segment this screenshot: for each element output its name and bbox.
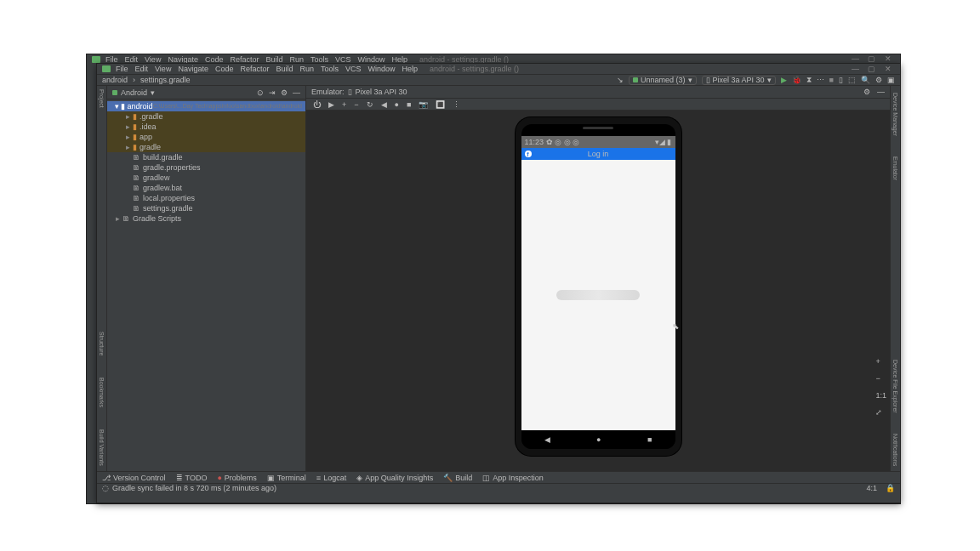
menu-refactor[interactable]: Refactor	[240, 65, 269, 73]
android-nav-bar[interactable]: ◀ ● ■	[521, 430, 675, 449]
zoom-in-icon[interactable]: +	[875, 357, 886, 366]
project-tree[interactable]: ▾▮android C:\Users\...Day Tech\appsinfoo…	[107, 99, 305, 225]
sdk-icon[interactable]: ⬚	[848, 76, 856, 84]
tree-item-Gradle-Scripts[interactable]: ▸🗎Gradle Scripts	[107, 213, 305, 224]
bottom-tab-todo[interactable]: ≣TODO	[176, 474, 208, 482]
sync-icon[interactable]: ↘	[617, 76, 624, 84]
emu-tool-2[interactable]: +	[342, 100, 346, 109]
caret-position[interactable]: 4:1	[866, 484, 877, 492]
search-icon[interactable]: 🔍	[861, 76, 870, 84]
emu-tool-7[interactable]: ■	[407, 100, 411, 109]
avd-icon[interactable]: ▯	[839, 76, 843, 84]
breadcrumb-root[interactable]: android	[102, 76, 128, 84]
lock-icon[interactable]: 🔒	[886, 484, 895, 492]
file-icon: 🗎	[133, 173, 140, 183]
bookmarks-tool-tab[interactable]: Bookmarks	[99, 378, 105, 407]
gear-icon[interactable]: ⚙	[281, 88, 288, 97]
menubar[interactable]: FileEditViewNavigateCodeRefactorBuildRun…	[116, 65, 418, 73]
gear-icon[interactable]: ⚙	[863, 88, 870, 96]
collapse-icon[interactable]: ⇥	[269, 88, 276, 97]
device-file-explorer-tab[interactable]: Device File Explorer	[892, 360, 898, 413]
menu-edit[interactable]: Edit	[135, 65, 149, 73]
menu-build[interactable]: Build	[276, 65, 293, 73]
profile-icon[interactable]: ⧗	[806, 76, 812, 85]
hide-icon[interactable]: —	[877, 88, 885, 96]
app-toolbar[interactable]: f Log in	[521, 148, 675, 160]
emulator-tab-tools[interactable]: ⚙—	[863, 88, 885, 96]
emu-tool-4[interactable]: ↻	[367, 100, 373, 109]
tree-item-local-properties[interactable]: 🗎local.properties	[107, 193, 305, 203]
run-config-selector[interactable]: Unnamed (3)▾	[629, 76, 697, 85]
project-tool-tab[interactable]: Project	[99, 89, 105, 108]
device-manager-tab[interactable]: Device Manager	[892, 93, 898, 136]
debug-icon[interactable]: 🐞	[792, 76, 801, 84]
bottom-tab-app-inspection[interactable]: ◫App Inspection	[482, 474, 544, 482]
menu-code[interactable]: Code	[215, 65, 234, 73]
menu-tools[interactable]: Tools	[321, 65, 339, 73]
chevron-down-icon[interactable]: ▾	[151, 88, 155, 97]
target-icon[interactable]: ⊙	[257, 88, 264, 97]
outer-window-controls[interactable]: — ▢ ✕	[852, 54, 895, 63]
bottom-tool-bar[interactable]: ⎇Version Control≣TODO●Problems▣Terminal≡…	[97, 471, 900, 483]
emu-tool-6[interactable]: ●	[395, 100, 399, 109]
settings-icon[interactable]: ⚙	[875, 76, 882, 84]
tree-item-app[interactable]: ▸▮app	[107, 132, 305, 142]
folder-icon: ▮	[133, 111, 137, 122]
menu-file[interactable]: File	[116, 65, 128, 73]
device-selector[interactable]: ▯Pixel 3a API 30▾	[702, 76, 776, 85]
window-controls[interactable]: — ▢ ✕	[852, 65, 895, 73]
tree-item-gradlew-bat[interactable]: 🗎gradlew.bat	[107, 183, 305, 193]
bottom-tab-build[interactable]: 🔨Build	[443, 474, 472, 482]
emu-tool-10[interactable]: ⋮	[453, 100, 460, 109]
hide-icon[interactable]: —	[293, 88, 300, 97]
navigation-toolbar: android › settings.gradle ↘ Unnamed (3)▾…	[97, 74, 900, 86]
zoom-actual-icon[interactable]: 1:1	[875, 391, 886, 400]
project-pane-tools[interactable]: ⊙⇥⚙—	[257, 88, 300, 97]
tree-item--idea[interactable]: ▸▮.idea	[107, 122, 305, 132]
emu-tool-9[interactable]: 🔳	[436, 100, 445, 109]
emulator-zoom-controls[interactable]: + − 1:1 ⤢	[875, 357, 886, 417]
tree-item--gradle[interactable]: ▸▮.gradle	[107, 111, 305, 122]
zoom-fit-icon[interactable]: ⤢	[875, 408, 886, 417]
nav-home-icon[interactable]: ●	[596, 435, 601, 444]
bottom-tab-problems[interactable]: ●Problems	[217, 474, 256, 482]
profile-sidebar-icon[interactable]: ▣	[887, 76, 895, 84]
stop-icon[interactable]: ■	[829, 76, 834, 84]
build-variants-tool-tab[interactable]: Build Variants	[99, 429, 105, 466]
tree-item-build-gradle[interactable]: 🗎build.gradle	[107, 152, 305, 162]
menu-view[interactable]: View	[155, 65, 171, 73]
emulator-toolbar[interactable]: ⏻▶+−↻◀●■📷🔳⋮	[306, 99, 890, 111]
app-content[interactable]	[521, 160, 675, 430]
emu-tool-0[interactable]: ⏻	[313, 100, 321, 109]
emu-tool-1[interactable]: ▶	[328, 100, 334, 109]
tree-item-gradle-properties[interactable]: 🗎gradle.properties	[107, 162, 305, 173]
menu-vcs[interactable]: VCS	[345, 65, 362, 73]
emulator-tab[interactable]: Emulator	[892, 156, 898, 180]
bottom-tab-version-control[interactable]: ⎇Version Control	[102, 474, 166, 482]
tree-item-android[interactable]: ▾▮android C:\Users\...Day Tech\appsinfoo…	[107, 101, 305, 111]
project-view-label[interactable]: Android	[121, 88, 147, 97]
tree-item-gradle[interactable]: ▸▮gradle	[107, 142, 305, 152]
zoom-out-icon[interactable]: −	[875, 374, 886, 383]
run-icon[interactable]: ▶	[781, 76, 787, 84]
nav-back-icon[interactable]: ◀	[544, 435, 550, 444]
notifications-tab[interactable]: Notifications	[892, 434, 898, 466]
nav-recent-icon[interactable]: ■	[647, 435, 652, 444]
tree-item-gradlew[interactable]: 🗎gradlew	[107, 173, 305, 183]
bottom-tab-terminal[interactable]: ▣Terminal	[267, 474, 306, 482]
bottom-tab-app-quality-insights[interactable]: ◈App Quality Insights	[356, 474, 433, 482]
phone-icon: ▯	[706, 76, 710, 84]
bottom-tab-logcat[interactable]: ≡Logcat	[316, 474, 346, 482]
more-icon[interactable]: ⋯	[817, 76, 824, 84]
menu-help[interactable]: Help	[402, 65, 419, 73]
emu-tool-8[interactable]: 📷	[419, 100, 428, 109]
structure-tool-tab[interactable]: Structure	[99, 332, 105, 355]
emu-tool-3[interactable]: −	[354, 100, 358, 109]
tree-item-settings-gradle[interactable]: 🗎settings.gradle	[107, 203, 305, 213]
breadcrumb-file[interactable]: settings.gradle	[140, 76, 191, 84]
menu-run[interactable]: Run	[299, 65, 314, 73]
menu-window[interactable]: Window	[368, 65, 396, 73]
menu-navigate[interactable]: Navigate	[178, 65, 208, 73]
emu-tool-5[interactable]: ◀	[381, 100, 387, 109]
phone-screen[interactable]: 11:23 ✿ ◎ ◎ ◎ ▾◢ ▮ f Log in ◀ ●	[521, 124, 675, 449]
